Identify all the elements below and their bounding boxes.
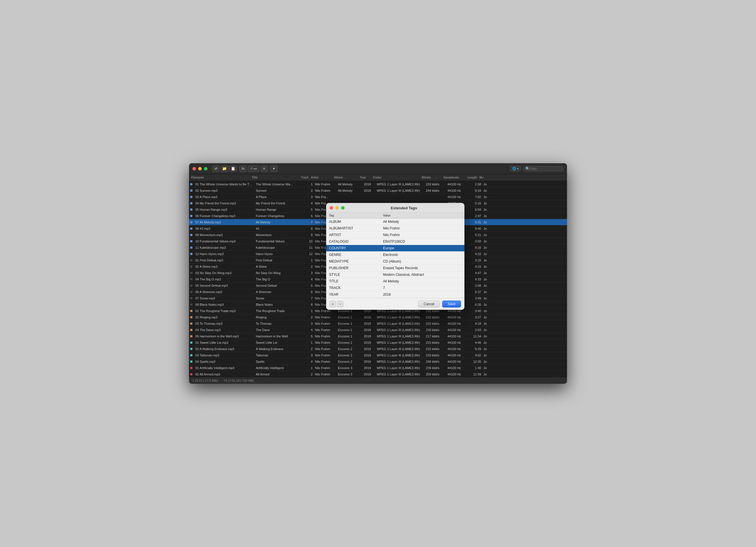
remove-tag-button[interactable]: − [337,301,343,307]
track-year: 2019 [363,372,376,376]
tag-row[interactable]: MEDIATYPE CD (Album) [326,258,464,265]
back-forward-button[interactable]: ⇄ [212,166,220,172]
tag-row[interactable]: COUNTRY Europe [326,245,464,251]
export-button[interactable]: ↗••• [248,166,259,172]
close-button[interactable] [192,167,196,171]
track-length: 1:40 [468,366,482,370]
track-title: Talisman [255,353,301,357]
track-title: Harm Hymn [255,252,301,256]
track-title: All Melody [255,221,301,224]
track-album: Encores 2 [337,353,363,357]
track-mo: Jo [482,259,491,262]
modal-close-button[interactable] [330,206,333,210]
track-number: 1 [301,183,314,186]
header-codec[interactable]: Codec [372,176,421,179]
arrows-button[interactable]: ⇆ [239,166,247,172]
header-year[interactable]: Year [359,176,372,179]
modal-titlebar: Extended Tags [326,203,464,213]
track-filename: 02 All Armed.mp3 [194,372,255,376]
track-row[interactable]: 01 Artificially Intelligent.mp3 Artifici… [189,365,567,371]
track-year: 2018 [363,334,376,338]
tag-row[interactable]: PUBLISHER Erased Tapes Records [326,265,464,271]
track-row[interactable]: 02 A Walking Embrace.mp3 A Walking Embra… [189,346,567,352]
tag-row[interactable]: ARTIST Nils Frahm [326,232,464,238]
track-row[interactable]: 02 Sunson.mp3 Sunson 2 Nils Frahm All Me… [189,188,567,194]
add-tag-button[interactable]: + [330,301,336,307]
track-filename: 04 The Big O.mp3 [194,277,255,281]
track-row[interactable]: 01 Sweet Little Lie.mp3 Sweet Little Lie… [189,339,567,346]
track-row[interactable]: 05 Harmonium in the Well.mp3 Harmonium i… [189,333,567,339]
track-bitrate: 236 kbit/s [425,366,446,370]
header-title[interactable]: Title [251,176,297,179]
value-column-header[interactable]: Value [380,213,464,219]
modal-maximize-button[interactable] [341,206,345,210]
header-filename[interactable]: Filename [190,176,251,179]
tag-value: All Melody [380,218,464,225]
import-button[interactable]: 📋 [229,166,237,172]
tag-row[interactable]: TITLE All Melody [326,278,464,284]
save-button[interactable]: Save [442,300,461,307]
minimize-button[interactable] [198,167,202,171]
tag-row[interactable]: CATALOGID ERATP106CD [326,238,464,245]
track-row[interactable]: 04 Spells.mp3 Spells 4 Nils Frahm Encore… [189,358,567,365]
track-filename: 01 First Defeat.mp3 [194,259,255,262]
track-row[interactable]: 03 A Place.mp3 A Place 3 Nils Fra... 441… [189,194,567,200]
star-button[interactable]: ✦ [270,166,278,172]
header-album[interactable]: Album [333,176,359,179]
track-mo: Jo [482,183,491,186]
cancel-button[interactable]: Cancel [418,300,440,307]
track-number: 7 [301,296,314,300]
tag-row[interactable]: TRACK 7 [326,284,464,291]
track-length: 4:10 [468,252,482,256]
track-bitrate: 232 kbit/s [425,315,446,319]
tag-row[interactable]: ALBUMARTIST Nils Frahm [326,225,464,232]
track-title: Sunson [255,189,301,192]
tag-column-header[interactable]: Tag [326,213,380,219]
header-samplerate[interactable]: Samplerate [442,176,464,179]
track-number: 1 [301,309,314,313]
tag-row[interactable]: YEAR 2018 [326,291,464,298]
tag-row[interactable]: ALBUM All Melody [326,218,464,225]
track-filename: 03 Talisman.mp3 [194,353,255,357]
tag-row[interactable]: GENRE Electronic [326,251,464,258]
header-artist[interactable]: Artist [310,176,333,179]
modal-minimize-button[interactable] [335,206,339,210]
track-indicator [190,341,192,344]
tag-key: TITLE [326,278,380,284]
globe-button[interactable]: 🌐▾ [510,166,521,171]
track-mo: Jo [482,227,491,230]
track-bitrate: 233 kbit/s [425,353,446,357]
track-length: 4:02 [468,353,482,357]
track-year: 2018 [363,183,376,186]
track-bitrate: 259 kbit/s [425,372,446,376]
track-row[interactable]: 03 Talisman.mp3 Talisman 3 Nils Frahm En… [189,352,567,358]
track-filename: 02 Ringing.mp3 [194,315,255,319]
list-button[interactable]: ≡ [260,166,268,172]
track-title: Forever Changeless [255,214,301,218]
header-bitrate[interactable]: Bitrate [421,176,442,179]
folder-button[interactable]: 📁 [221,166,228,172]
track-row[interactable]: 03 To Thomas.mp3 To Thomas 3 Nils Frahm … [189,320,567,327]
header-track[interactable]: Track [297,176,310,179]
track-title: The Whole Universe Wa... [255,183,301,186]
track-row[interactable]: 02 Ringing.mp3 Ringing 2 Nils Frahm Enco… [189,314,567,320]
track-number: 8 [301,303,314,306]
tag-row[interactable]: STYLE Modern Classical, Abstract [326,271,464,278]
track-album: All Melody [337,189,363,192]
track-artist: Nils Fra... [314,195,337,199]
track-mo: Jo [482,271,491,274]
track-length: 2:03 [468,328,482,332]
track-mo: Jo [482,328,491,332]
track-indicator [190,291,192,293]
track-album: Encores 1 [337,322,363,325]
header-mo[interactable]: Mo [478,176,487,179]
total-info: 74 (7:01:34 | 710 MB) [224,379,254,382]
footer-right: Cancel Save [418,300,461,307]
maximize-button[interactable] [204,167,207,171]
track-row[interactable]: 02 All Armed.mp3 All Armed 2 Nils Frahm … [189,371,567,377]
track-row[interactable]: 01 The Whole Universe Wants to Be Touche… [189,181,567,188]
tag-key: MEDIATYPE [326,258,380,265]
header-length[interactable]: Length [464,176,478,179]
track-indicator [190,303,192,306]
track-row[interactable]: 04 The Dane.mp3 The Dane 4 Nils Frahm En… [189,327,567,333]
